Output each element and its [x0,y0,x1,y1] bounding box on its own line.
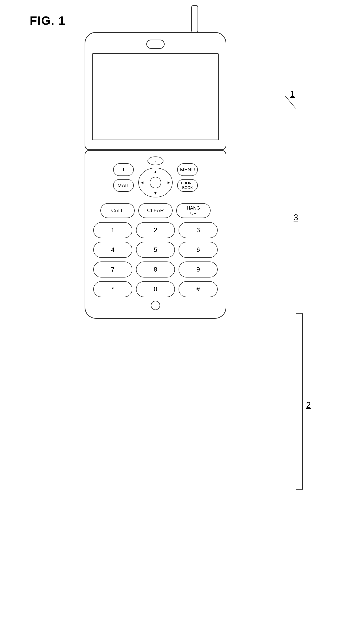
nav-right-col: MENU PHONEBOOK [177,163,198,192]
dpad-outer: ▲ ▼ ◄ ► [138,168,173,198]
nav-top-oval-btn[interactable]: ○ [147,156,163,165]
nav-center: ○ ▲ ▼ ◄ ► [137,156,174,198]
btn-mail[interactable]: MAIL [113,179,134,192]
btn-menu[interactable]: MENU [177,163,198,176]
btn-7[interactable]: 7 [93,262,132,278]
btn-star[interactable]: * [93,281,132,297]
btn-8[interactable]: 8 [136,262,175,278]
arrow-left-icon: ◄ [140,180,144,185]
nav-cluster: I MAIL ○ ▲ ▼ ◄ ► [93,156,218,198]
arrow-up-icon: ▲ [153,170,158,174]
ref-3-line [279,220,297,220]
btn-1[interactable]: 1 [93,222,132,238]
btn-2[interactable]: 2 [136,222,175,238]
figure-label: FIG. 1 [30,14,65,28]
btn-hangup[interactable]: HANGUP [176,203,211,218]
phone-device: I MAIL ○ ▲ ▼ ◄ ► [75,32,236,319]
btn-call[interactable]: CALL [100,203,135,218]
ref-2-label: 2 [306,400,311,410]
antenna [191,5,198,33]
btn-4[interactable]: 4 [93,242,132,258]
btn-0[interactable]: 0 [136,281,175,297]
bottom-mic [151,301,160,310]
ref-1-label: 1 [290,89,295,99]
ref-3-label: 3 [294,213,298,222]
btn-i[interactable]: I [113,163,134,176]
screen [92,53,219,140]
arrow-right-icon: ► [167,180,171,185]
dpad-center-btn[interactable] [150,177,161,188]
phone-top-half [85,32,226,150]
keypad-grid: 1 2 3 4 5 6 7 8 9 * 0 # [93,222,218,297]
btn-5[interactable]: 5 [136,242,175,258]
phone-bottom-half: I MAIL ○ ▲ ▼ ◄ ► [85,150,226,319]
btn-6[interactable]: 6 [179,242,218,258]
btn-9[interactable]: 9 [179,262,218,278]
btn-hash[interactable]: # [179,281,218,297]
dpad[interactable]: ▲ ▼ ◄ ► [137,166,174,198]
btn-phonebook[interactable]: PHONEBOOK [177,179,198,192]
earpiece [146,40,165,49]
btn-clear[interactable]: CLEAR [138,203,173,218]
action-row: CALL CLEAR HANGUP [93,203,218,218]
btn-3[interactable]: 3 [179,222,218,238]
nav-left-col: I MAIL [113,163,134,192]
arrow-down-icon: ▼ [153,191,158,196]
ref-2-bracket [296,314,303,490]
